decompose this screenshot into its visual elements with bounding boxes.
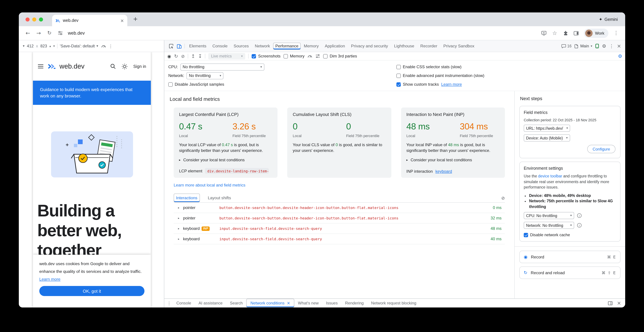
show-custom-tracks-checkbox[interactable]: Show custom tracks <box>396 82 439 87</box>
tab-interactions[interactable]: Interactions <box>174 194 200 202</box>
record-button[interactable]: ◉ Record ⌘ E <box>519 251 620 263</box>
tab-layout-shifts[interactable]: Layout shifts <box>208 194 231 202</box>
sign-in-link[interactable]: Sign in <box>133 64 146 69</box>
back-button[interactable]: ← <box>23 28 33 38</box>
record-and-reload-button[interactable]: ↻ Record and reload ⌘ ⇧ E <box>519 266 620 279</box>
tab-privacy-security[interactable]: Privacy and security <box>348 40 391 52</box>
interaction-row[interactable]: ▸ pointer button.devsite-search-button.d… <box>174 203 505 213</box>
drawer-tab-rendering[interactable]: Rendering <box>341 299 367 308</box>
lcp-test-conditions-expander[interactable]: ▸ Consider your local test conditions <box>179 158 272 162</box>
theme-toggle-icon[interactable] <box>122 63 128 70</box>
minimize-window-button[interactable] <box>32 18 36 22</box>
cpu-throttle-icon[interactable] <box>316 54 320 58</box>
info-icon[interactable] <box>577 223 582 228</box>
device-toolbar-link[interactable]: device toolbar <box>538 174 562 178</box>
tab-privacy-sandbox[interactable]: Privacy Sandbox <box>440 40 477 52</box>
tab-lighthouse[interactable]: Lighthouse <box>391 40 417 52</box>
clear-icon[interactable]: ⊘ <box>181 54 185 58</box>
tab-console[interactable]: Console <box>210 40 230 52</box>
lcp-element-chip[interactable]: div.devsite-landing-row-item-d… <box>205 168 269 174</box>
close-drawer-tab-icon[interactable]: × <box>287 301 290 305</box>
drawer-tab-console[interactable]: Console <box>173 299 195 308</box>
inp-test-conditions-expander[interactable]: ▸ Consider your local test conditions <box>406 158 500 162</box>
network-throttling-select[interactable]: No throttling ▾ <box>186 72 224 79</box>
cpu-throttling-select[interactable]: No throttling ▾ <box>180 63 264 70</box>
inp-interaction-link[interactable]: keyboard <box>436 169 452 174</box>
tab-performance[interactable]: Performance <box>273 42 301 50</box>
configure-button[interactable]: Configure <box>587 145 616 153</box>
network-throttle-icon[interactable] <box>308 54 312 58</box>
drawer-tab-whats-new[interactable]: What's new <box>294 299 322 308</box>
drawer-tab-search[interactable]: Search <box>226 299 246 308</box>
hamburger-menu-icon[interactable] <box>38 64 44 68</box>
gemini-button[interactable]: ✦ Gemini <box>599 12 618 26</box>
interaction-row[interactable]: ▸ keyboardINP input.devsite-search-field… <box>174 224 505 234</box>
context-selector[interactable]: Main ▾ <box>575 44 592 48</box>
drawer-tab-ai-assistance[interactable]: AI assistance <box>195 299 226 308</box>
memory-checkbox[interactable]: Memory <box>284 54 304 58</box>
bookmark-star-icon[interactable]: ☆ <box>550 28 560 38</box>
inspect-element-icon[interactable] <box>167 42 175 50</box>
tab-network[interactable]: Network <box>252 40 273 52</box>
expand-row-icon[interactable]: ▸ <box>177 217 180 220</box>
screenshots-checkbox[interactable]: Screenshots <box>252 54 280 58</box>
search-icon[interactable] <box>110 64 116 69</box>
device-select[interactable]: Device: Auto (Mobile) ▾ <box>524 134 570 142</box>
forward-button[interactable]: → <box>34 28 44 38</box>
side-panel-icon[interactable] <box>571 28 581 38</box>
record-reload-icon[interactable]: ↻ <box>174 54 178 58</box>
devtools-menu-icon[interactable]: ⋮ <box>609 44 614 48</box>
tab-sources[interactable]: Sources <box>230 40 252 52</box>
new-tab-button[interactable]: + <box>133 16 138 22</box>
url-select[interactable]: URL: https://web.dev/ ▾ <box>524 125 570 132</box>
clear-log-icon[interactable]: ⊘ <box>501 196 505 200</box>
close-tab-icon[interactable]: × <box>120 18 124 23</box>
browser-menu-icon[interactable]: ⋮ <box>611 28 621 38</box>
zoom-spinner-down-icon[interactable]: ▾ <box>53 44 55 48</box>
device-toolbar-menu-icon[interactable]: ⋮ <box>108 44 113 48</box>
device-select-icon[interactable]: ▾ <box>23 44 24 48</box>
tab-memory[interactable]: Memory <box>301 40 322 52</box>
throttle-status-icon[interactable] <box>101 44 106 48</box>
zoom-spinner-up-icon[interactable]: ▴ <box>50 44 51 48</box>
dim-3rd-parties-checkbox[interactable]: Dim 3rd parties <box>323 54 357 58</box>
promo-banner[interactable]: Guidance to build modern web experiences… <box>33 81 151 105</box>
device-height-input[interactable]: 823 <box>40 44 47 48</box>
browser-tab[interactable]: web.dev × <box>52 15 127 26</box>
drawer-tab-network-conditions[interactable]: Network conditions × <box>246 299 294 308</box>
close-window-button[interactable] <box>26 18 30 22</box>
drawer-menu-icon[interactable]: ⋮ <box>167 301 171 305</box>
interaction-row[interactable]: ▸ keyboard input.devsite-search-field.de… <box>174 234 505 244</box>
tab-recorder[interactable]: Recorder <box>417 40 440 52</box>
record-icon[interactable]: ◉ <box>167 54 171 58</box>
devtools-settings-icon[interactable]: ⚙ <box>602 44 606 48</box>
custom-tracks-learn-more-link[interactable]: Learn more <box>441 82 462 87</box>
cookie-accept-button[interactable]: OK, got it <box>39 286 144 296</box>
url-text[interactable]: web.dev <box>68 30 538 36</box>
site-brand[interactable]: web.dev <box>60 62 84 70</box>
expand-row-icon[interactable]: ▸ <box>177 238 180 240</box>
disable-network-cache-checkbox[interactable]: Disable network cache <box>524 232 616 237</box>
cookie-learn-more-link[interactable]: Learn more <box>39 277 60 282</box>
info-icon[interactable] <box>577 214 582 218</box>
expand-row-icon[interactable]: ▸ <box>177 227 180 230</box>
expand-row-icon[interactable]: ▸ <box>177 206 180 209</box>
drawer-tab-network-request-blocking[interactable]: Network request blocking <box>367 299 420 308</box>
device-width-input[interactable]: 412 <box>27 44 34 48</box>
load-profile-icon[interactable]: ↥ <box>191 54 195 58</box>
interaction-row[interactable]: ▸ pointer button.devsite-search-button.d… <box>174 213 505 224</box>
css-selector-stats-checkbox[interactable]: Enable CSS selector stats (slow) <box>396 64 462 69</box>
field-metrics-learn-more-link[interactable]: Learn more about local and field metrics <box>174 183 246 188</box>
drawer-tab-issues[interactable]: Issues <box>322 299 341 308</box>
tab-application[interactable]: Application <box>322 40 348 52</box>
install-icon[interactable] <box>539 28 549 38</box>
webdev-logo-icon[interactable] <box>47 63 56 70</box>
env-network-select[interactable]: Network: No throttling ▾ <box>524 222 574 229</box>
console-messages-badge[interactable]: 16 <box>561 44 572 48</box>
extensions-icon[interactable] <box>560 28 570 38</box>
device-toolbar-toggle-icon[interactable] <box>175 42 183 50</box>
save-profile-icon[interactable]: ↧ <box>198 54 202 58</box>
zoom-window-button[interactable] <box>39 18 43 22</box>
save-data-select[interactable]: 'Save-Data': default ▾ <box>60 44 98 48</box>
disable-js-samples-checkbox[interactable]: Disable JavaScript samples <box>168 82 224 87</box>
